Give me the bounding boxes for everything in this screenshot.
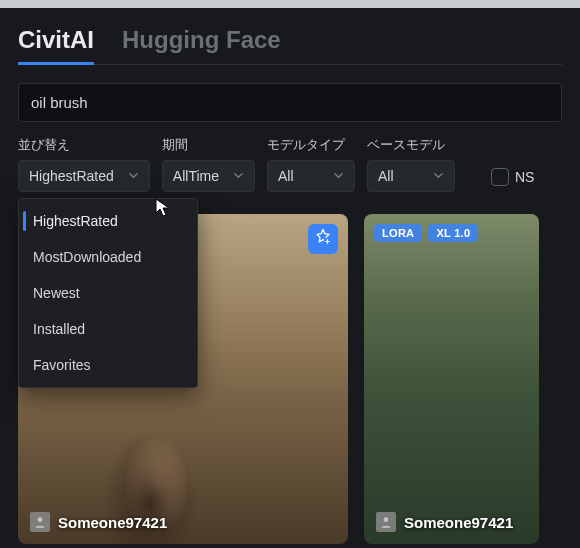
basemodel-select-value: All	[378, 168, 394, 184]
author-chip[interactable]: Someone97421	[376, 512, 513, 532]
badge-base: XL 1.0	[428, 224, 478, 242]
filter-basemodel: ベースモデル All	[367, 136, 455, 192]
author-chip[interactable]: Someone97421	[30, 512, 167, 532]
filter-bar: 並び替え HighestRated HighestRated MostDownl…	[18, 136, 562, 192]
sort-select[interactable]: HighestRated	[18, 160, 150, 192]
basemodel-select[interactable]: All	[367, 160, 455, 192]
model-card[interactable]: LORA XL 1.0 Someone97421	[364, 214, 539, 544]
filter-modeltype: モデルタイプ All	[267, 136, 355, 192]
filter-period-label: 期間	[162, 136, 255, 154]
tab-civitai[interactable]: CivitAI	[18, 26, 94, 65]
author-name: Someone97421	[58, 514, 167, 531]
nsfw-label: NS	[515, 169, 534, 185]
filter-sort: 並び替え HighestRated HighestRated MostDownl…	[18, 136, 150, 192]
sort-dropdown: HighestRated MostDownloaded Newest Insta…	[18, 198, 198, 388]
search-input[interactable]	[18, 83, 562, 122]
sort-option-favorites[interactable]: Favorites	[19, 347, 197, 383]
period-select[interactable]: AllTime	[162, 160, 255, 192]
chevron-down-icon	[233, 168, 244, 184]
favorite-button[interactable]	[308, 224, 338, 254]
author-name: Someone97421	[404, 514, 513, 531]
modeltype-select-value: All	[278, 168, 294, 184]
svg-point-1	[38, 517, 43, 522]
nsfw-checkbox[interactable]	[491, 168, 509, 186]
filter-modeltype-label: モデルタイプ	[267, 136, 355, 154]
model-badges: LORA XL 1.0	[374, 224, 478, 242]
modeltype-select[interactable]: All	[267, 160, 355, 192]
nsfw-toggle: NS	[491, 168, 534, 192]
chevron-down-icon	[433, 168, 444, 184]
sort-option-installed[interactable]: Installed	[19, 311, 197, 347]
main-content: CivitAI Hugging Face 並び替え HighestRated H…	[0, 8, 580, 544]
tab-huggingface[interactable]: Hugging Face	[122, 26, 281, 65]
star-plus-icon	[314, 228, 332, 250]
sort-option-highestrated[interactable]: HighestRated	[19, 203, 197, 239]
period-select-value: AllTime	[173, 168, 219, 184]
model-preview-image	[364, 214, 539, 544]
source-tabs: CivitAI Hugging Face	[18, 26, 562, 65]
filter-sort-label: 並び替え	[18, 136, 150, 154]
svg-point-2	[384, 517, 389, 522]
sort-option-mostdownloaded[interactable]: MostDownloaded	[19, 239, 197, 275]
chevron-down-icon	[128, 168, 139, 184]
avatar	[30, 512, 50, 532]
chevron-down-icon	[333, 168, 344, 184]
filter-basemodel-label: ベースモデル	[367, 136, 455, 154]
sort-select-value: HighestRated	[29, 168, 114, 184]
filter-period: 期間 AllTime	[162, 136, 255, 192]
sort-option-newest[interactable]: Newest	[19, 275, 197, 311]
badge-type: LORA	[374, 224, 422, 242]
avatar	[376, 512, 396, 532]
window-titlebar-spacer	[0, 0, 580, 8]
